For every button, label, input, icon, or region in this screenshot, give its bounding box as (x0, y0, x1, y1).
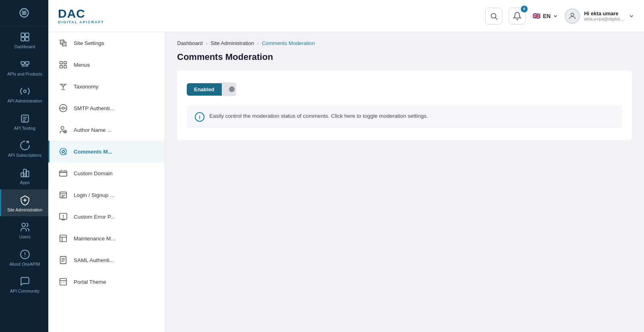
sec-nav-custom-domain-label: Custom Domain (74, 170, 113, 176)
svg-point-39 (61, 127, 64, 129)
sec-nav-custom-domain[interactable]: Custom Domain (48, 162, 165, 184)
svg-point-40 (64, 131, 66, 133)
content-area: Site Settings Menus (48, 32, 644, 332)
sidebar-label-users: Users (19, 234, 30, 240)
sec-nav-smtp-label: SMTP Authenti... (74, 105, 114, 111)
svg-point-23 (22, 223, 25, 227)
sec-nav-login-signup-label: Login / Signup ... (74, 192, 114, 198)
sec-nav-taxonomy[interactable]: Taxonomy (48, 76, 165, 97)
sec-nav-site-settings-label: Site Settings (74, 40, 104, 46)
taxonomy-icon (58, 81, 69, 92)
sec-nav-menus-label: Menus (74, 62, 90, 68)
sec-nav-site-settings[interactable]: Site Settings (48, 32, 165, 54)
sidebar-label-about: About OneAPIM (10, 262, 40, 267)
page-title: Comments Moderation (177, 52, 632, 62)
sidebar-item-api-testing[interactable]: API Testing (0, 108, 48, 135)
svg-point-13 (23, 90, 26, 93)
login-signup-icon (58, 189, 69, 201)
svg-rect-31 (60, 61, 62, 64)
svg-rect-9 (25, 61, 29, 64)
info-icon: i (195, 112, 204, 122)
portal-theme-icon (58, 276, 69, 287)
search-button[interactable] (485, 8, 502, 25)
hamburger-menu[interactable] (0, 0, 48, 26)
enabled-toggle[interactable]: Enabled (187, 82, 236, 96)
svg-rect-64 (60, 279, 67, 285)
sec-nav-author-name[interactable]: Author Name ... (48, 119, 165, 141)
breadcrumb-sep-1: › (206, 41, 208, 46)
sidebar-item-api-subscriptions[interactable]: API Subscriptions (0, 135, 48, 162)
svg-point-56 (63, 217, 64, 218)
custom-domain-icon (58, 168, 69, 179)
sec-nav-maintenance[interactable]: Maintenance M... (48, 227, 165, 249)
sec-nav-custom-error[interactable]: Custom Error P... (48, 206, 165, 227)
breadcrumb-parent[interactable]: Site Administration (211, 40, 254, 46)
saml-icon (58, 254, 69, 266)
sec-nav-login-signup[interactable]: Login / Signup ... (48, 184, 165, 206)
svg-rect-4 (21, 33, 25, 37)
sec-nav-smtp[interactable]: SMTP Authenti... (48, 97, 165, 119)
sec-nav-portal-theme[interactable]: Portal Theme (48, 271, 165, 293)
maintenance-icon (58, 233, 69, 244)
site-settings-icon (58, 37, 69, 49)
notifications-button[interactable]: 0 (509, 8, 526, 25)
user-menu-chevron (629, 13, 634, 19)
svg-rect-44 (60, 171, 67, 176)
sidebar-item-api-administration[interactable]: API Administration (0, 80, 48, 108)
sidebar-label-api-testing: API Testing (14, 126, 35, 131)
svg-rect-34 (64, 66, 66, 68)
sec-nav-comments-label: Comments M... (74, 149, 112, 155)
user-menu[interactable]: Hi ekta umare ekta.u+pa@digital.... (565, 8, 634, 24)
content-card: Enabled i Easily control the moderation … (177, 70, 632, 140)
left-navigation: Dashboard APIs and Products API Administ… (0, 0, 48, 332)
sidebar-item-about-onepim[interactable]: About OneAPIM (0, 244, 48, 271)
sidebar-label-apps: Apps (20, 180, 30, 185)
toggle-knob (229, 86, 235, 92)
sec-nav-menus[interactable]: Menus (48, 54, 165, 76)
toggle-switch (222, 82, 236, 96)
user-email: ekta.u+pa@digital.... (584, 16, 625, 21)
breadcrumb-current: Comments Moderation (262, 40, 315, 46)
sec-nav-author-label: Author Name ... (74, 127, 112, 133)
sec-nav-saml[interactable]: SAML Authenti... (48, 249, 165, 271)
breadcrumb-home[interactable]: Dashboard (177, 40, 203, 46)
language-code: EN (543, 13, 551, 19)
sidebar-label-api-subscriptions: API Subscriptions (8, 153, 41, 158)
logo-dac: DAC (58, 8, 104, 20)
sidebar-item-apps[interactable]: Apps (0, 162, 48, 189)
sidebar-item-site-administration[interactable]: Site Administration (0, 189, 48, 217)
sidebar-item-apis-products[interactable]: APIs and Products (0, 53, 48, 81)
sidebar-label-api-community: API Community (10, 289, 39, 294)
language-selector[interactable]: 🇬🇧 EN (532, 12, 558, 20)
logo: DAC DIGITAL APICRAFT (58, 8, 104, 24)
svg-rect-32 (64, 61, 66, 64)
comments-moderation-icon (58, 146, 69, 157)
flag-icon: 🇬🇧 (532, 12, 541, 20)
sec-nav-custom-error-label: Custom Error P... (74, 214, 115, 220)
sidebar-item-api-community[interactable]: API Community (0, 271, 48, 298)
sidebar-item-dashboard[interactable]: Dashboard (0, 26, 48, 53)
sec-nav-comments-moderation[interactable]: Comments M... (48, 141, 165, 162)
notification-badge: 0 (521, 6, 528, 12)
svg-rect-5 (25, 33, 29, 37)
sec-nav-maintenance-label: Maintenance M... (74, 236, 116, 242)
svg-point-30 (62, 42, 64, 44)
svg-line-28 (495, 17, 497, 19)
topbar: DAC DIGITAL APICRAFT 0 🇬🇧 EN (48, 0, 644, 32)
sidebar-label-apis-products: APIs and Products (7, 72, 42, 77)
info-text: Easily control the moderation status of … (209, 112, 428, 120)
sidebar-label-api-administration: API Administration (8, 98, 42, 104)
svg-rect-33 (60, 66, 62, 68)
avatar (565, 8, 580, 24)
sec-nav-taxonomy-label: Taxonomy (74, 84, 99, 90)
sidebar-label-dashboard: Dashboard (14, 44, 35, 49)
svg-rect-6 (21, 37, 25, 41)
breadcrumb: Dashboard › Site Administration › Commen… (177, 40, 632, 46)
author-name-icon (58, 124, 69, 135)
sec-nav-saml-label: SAML Authenti... (74, 257, 114, 263)
sidebar-item-users[interactable]: Users (0, 216, 48, 244)
svg-point-29 (571, 13, 574, 16)
svg-point-41 (62, 150, 64, 153)
toggle-label: Enabled (187, 83, 222, 96)
toggle-row: Enabled (187, 82, 622, 96)
